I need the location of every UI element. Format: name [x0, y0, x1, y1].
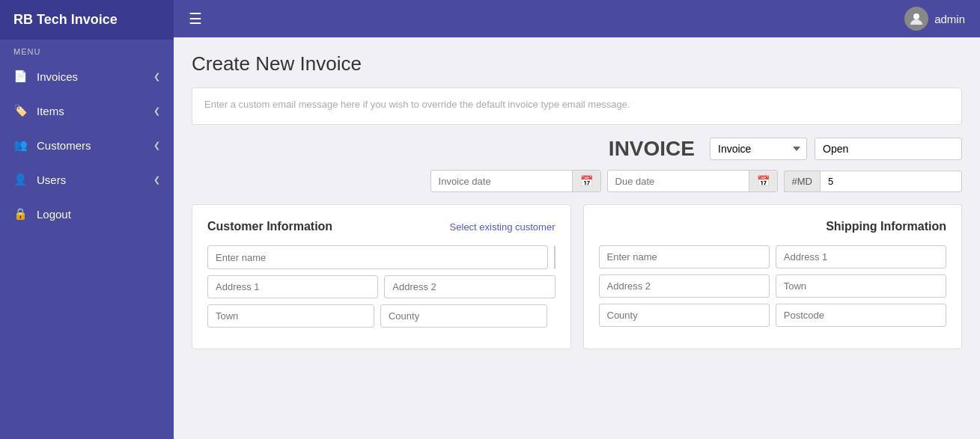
shipping-postcode-input[interactable] [776, 304, 946, 327]
customer-info-card: Customer Information Select existing cus… [192, 204, 571, 349]
main-area: ☰ admin Create New Invoice Enter a custo… [174, 0, 980, 439]
shipping-name-address1-row [599, 245, 947, 268]
customer-address1-row [207, 275, 556, 298]
due-date-calendar-icon[interactable]: 📅 [749, 171, 777, 191]
email-message-input[interactable]: Enter a custom email message here if you… [192, 88, 962, 125]
sidebar-item-customers[interactable]: 👥 Customers ❮ [0, 128, 174, 162]
shipping-info-card: Shipping Information [583, 204, 963, 349]
page-title: Create New Invoice [192, 52, 962, 76]
user-avatar-icon [909, 11, 924, 26]
invoice-date-group: 📅 [430, 170, 601, 192]
due-date-group: 📅 [607, 170, 778, 192]
invoice-title: INVOICE [609, 137, 695, 161]
hamburger-icon: ☰ [189, 10, 202, 27]
shipping-address2-town-row [599, 274, 947, 298]
chevron-right-icon-items: ❮ [153, 106, 160, 116]
svg-point-0 [913, 13, 919, 19]
sidebar-item-users[interactable]: 👤 Users ❮ [0, 162, 174, 197]
shipping-card-title: Shipping Information [826, 220, 946, 233]
customer-name-row: @ [207, 245, 556, 269]
menu-label: MENU [0, 40, 174, 59]
customer-card-title: Customer Information [207, 220, 332, 233]
shipping-card-header: Shipping Information [599, 220, 947, 233]
select-existing-customer-link[interactable]: Select existing customer [450, 221, 556, 233]
customer-county-input[interactable] [380, 304, 547, 328]
users-icon: 👤 [13, 173, 28, 186]
brand-rb: RB Tech [13, 12, 67, 27]
sidebar: RB Tech Invoice MENU 📄 Invoices ❮ 🏷️ Ite… [0, 0, 174, 439]
shipping-address2-input[interactable] [599, 274, 770, 298]
sidebar-item-label-logout: Logout [37, 208, 71, 221]
invoices-icon: 📄 [13, 70, 28, 83]
app-brand: RB Tech Invoice [0, 0, 174, 40]
topbar: ☰ admin [174, 0, 980, 37]
sidebar-item-label-items: Items [37, 105, 64, 117]
customer-address2-input[interactable] [384, 275, 555, 298]
shipping-name-input[interactable] [599, 245, 770, 268]
content-area: Create New Invoice Enter a custom email … [174, 37, 980, 439]
invoice-header-row: INVOICE Invoice Quote Credit Note [192, 137, 962, 161]
shipping-county-postcode-row [599, 304, 947, 327]
date-row: 📅 📅 #MD [192, 170, 962, 192]
sidebar-item-invoices[interactable]: 📄 Invoices ❮ [0, 59, 174, 93]
at-icon: @ [555, 246, 556, 268]
chevron-right-icon-customers: ❮ [153, 141, 160, 150]
sidebar-item-label-customers: Customers [37, 139, 91, 152]
email-message-placeholder: Enter a custom email message here if you… [204, 99, 630, 110]
cards-row: Customer Information Select existing cus… [192, 204, 962, 349]
hamburger-button[interactable]: ☰ [189, 10, 202, 28]
customer-town-county-row [207, 304, 556, 328]
shipping-county-input[interactable] [599, 304, 770, 327]
shipping-town-input[interactable] [776, 274, 946, 298]
chevron-right-icon-users: ❮ [153, 175, 160, 185]
sidebar-item-logout[interactable]: 🔒 Logout [0, 197, 174, 231]
invoice-date-input[interactable] [431, 171, 572, 191]
invoice-number-input[interactable] [820, 171, 962, 192]
customer-name-input[interactable] [207, 245, 548, 269]
invoice-type-select[interactable]: Invoice Quote Credit Note [710, 138, 807, 160]
invoice-number-prefix: #MD [784, 171, 820, 192]
sidebar-item-items[interactable]: 🏷️ Items ❮ [0, 93, 174, 128]
invoice-date-calendar-icon[interactable]: 📅 [572, 171, 600, 191]
invoice-number-group: #MD [784, 171, 962, 192]
sidebar-item-label-users: Users [37, 174, 66, 186]
chevron-right-icon: ❮ [153, 72, 160, 82]
shipping-address1-input[interactable] [776, 245, 946, 268]
brand-invoice: Invoice [67, 12, 118, 27]
admin-label: admin [934, 13, 965, 25]
customer-email-group: @ [554, 245, 556, 269]
customer-address1-input[interactable] [207, 275, 378, 298]
sidebar-item-label-invoices: Invoices [37, 70, 78, 83]
customers-icon: 👥 [13, 138, 28, 152]
logout-icon: 🔒 [13, 207, 28, 221]
avatar [904, 7, 928, 31]
customer-town-input[interactable] [207, 304, 374, 328]
topbar-right: admin [904, 7, 965, 31]
customer-card-header: Customer Information Select existing cus… [207, 220, 556, 233]
due-date-input[interactable] [608, 171, 749, 191]
items-icon: 🏷️ [13, 104, 28, 117]
invoice-status-input[interactable] [815, 138, 962, 160]
